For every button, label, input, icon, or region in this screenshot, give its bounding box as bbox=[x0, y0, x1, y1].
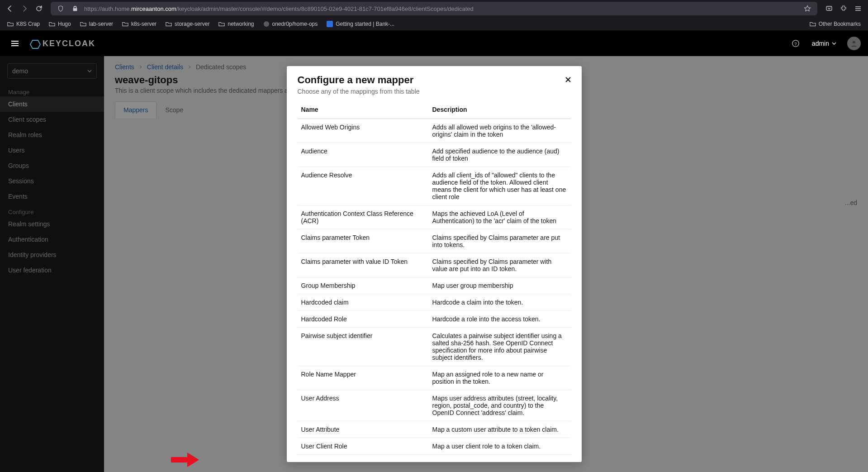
folder-icon bbox=[166, 21, 172, 27]
mapper-description: Hardcode a claim into the token. bbox=[429, 294, 571, 311]
mapper-row[interactable]: Role Name MapperMap an assigned role to … bbox=[298, 366, 571, 390]
app-menu-icon[interactable] bbox=[852, 2, 864, 15]
mapper-description: Map a custom user attribute to a token c… bbox=[429, 421, 571, 438]
mapper-row[interactable]: AudienceAdd specified audience to the au… bbox=[298, 143, 571, 167]
url-text: https://auth.home.mirceaanton.com/keyclo… bbox=[84, 5, 798, 12]
bookmark-label: K8S Crap bbox=[16, 21, 40, 27]
svg-marker-2 bbox=[30, 40, 40, 48]
mapper-row[interactable]: Audience ResolveAdds all client_ids of "… bbox=[298, 167, 571, 205]
mapper-description: Maps user address attributes (street, lo… bbox=[429, 390, 571, 421]
mapper-description: Adds all client_ids of "allowed" clients… bbox=[429, 167, 571, 205]
mapper-description: Maps the achieved LoA (Level of Authenti… bbox=[429, 205, 571, 229]
bookmark-item[interactable]: Hugo bbox=[45, 19, 75, 29]
folder-icon bbox=[49, 21, 55, 27]
keycloak-logo-icon bbox=[30, 39, 39, 48]
mapper-row[interactable]: Group MembershipMap user group membershi… bbox=[298, 277, 571, 294]
mapper-description: Adds all allowed web origins to the 'all… bbox=[429, 119, 571, 143]
svg-point-1 bbox=[263, 21, 269, 26]
folder-icon bbox=[7, 21, 14, 27]
bookmark-label: lab-server bbox=[89, 21, 113, 27]
mapper-name: User Attribute bbox=[298, 421, 429, 438]
mapper-row[interactable]: Allowed Web OriginsAdds all allowed web … bbox=[298, 119, 571, 143]
bookmark-item[interactable]: storage-server bbox=[162, 19, 213, 29]
forward-button[interactable] bbox=[18, 2, 31, 15]
modal-body[interactable]: Name Description Allowed Web OriginsAdds… bbox=[287, 100, 582, 462]
user-menu[interactable]: admin bbox=[812, 40, 836, 47]
mapper-name: Audience bbox=[298, 143, 429, 167]
bookmark-item[interactable]: onedr0p/home-ops bbox=[260, 19, 322, 29]
mapper-description: Map user group membership bbox=[429, 277, 571, 294]
mapper-description: Claims specified by Claims parameter wit… bbox=[429, 253, 571, 277]
favicon-icon bbox=[327, 21, 333, 27]
back-button[interactable] bbox=[4, 2, 16, 15]
mapper-row[interactable]: Pairwise subject identifierCalculates a … bbox=[298, 328, 571, 366]
mapper-description: Hardcode a role into the access token. bbox=[429, 311, 571, 328]
menu-toggle[interactable] bbox=[7, 36, 23, 51]
url-bar[interactable]: https://auth.home.mirceaanton.com/keyclo… bbox=[51, 2, 817, 15]
mapper-name: Claims parameter Token bbox=[298, 229, 429, 253]
bookmarks-bar: K8S CrapHugolab-serverk8s-serverstorage-… bbox=[0, 17, 868, 31]
other-bookmarks-label: Other Bookmarks bbox=[819, 21, 861, 27]
folder-icon bbox=[122, 21, 128, 27]
mapper-row[interactable]: Hardcoded claimHardcode a claim into the… bbox=[298, 294, 571, 311]
github-icon bbox=[263, 21, 270, 27]
shield-icon bbox=[55, 3, 66, 14]
modal-subtitle: Choose any of the mappings from this tab… bbox=[298, 88, 571, 95]
bookmark-label: storage-server bbox=[175, 21, 209, 27]
extensions-icon[interactable] bbox=[837, 2, 850, 15]
bookmark-star-icon[interactable] bbox=[802, 3, 813, 14]
mapper-name: Hardcoded Role bbox=[298, 311, 429, 328]
folder-icon bbox=[218, 21, 225, 27]
mapper-description: Map an assigned role to a new name or po… bbox=[429, 366, 571, 390]
mapper-name: Group Membership bbox=[298, 277, 429, 294]
svg-text:?: ? bbox=[794, 41, 797, 46]
avatar[interactable] bbox=[847, 37, 861, 50]
folder-icon bbox=[80, 21, 86, 27]
bookmark-label: onedr0p/home-ops bbox=[272, 21, 318, 27]
bookmark-label: k8s-server bbox=[131, 21, 157, 27]
browser-nav-toolbar: https://auth.home.mirceaanton.com/keyclo… bbox=[0, 0, 868, 17]
bookmark-item[interactable]: Getting started | Bank-... bbox=[323, 19, 398, 29]
bookmark-label: Hugo bbox=[58, 21, 71, 27]
column-name[interactable]: Name bbox=[298, 100, 429, 119]
bookmark-label: Getting started | Bank-... bbox=[336, 21, 394, 27]
mapper-description: Add specified audience to the audience (… bbox=[429, 143, 571, 167]
other-bookmarks[interactable]: Other Bookmarks bbox=[806, 19, 864, 29]
keycloak-logo-text: KEYCLOAK bbox=[43, 39, 95, 48]
user-icon bbox=[850, 39, 858, 48]
chevron-down-icon bbox=[832, 41, 836, 46]
keycloak-logo: KEYCLOAK bbox=[30, 39, 95, 48]
bookmark-item[interactable]: k8s-server bbox=[119, 19, 160, 29]
bookmark-label: networking bbox=[228, 21, 254, 27]
folder-icon bbox=[810, 21, 816, 27]
kc-header: KEYCLOAK ? admin bbox=[0, 31, 868, 56]
help-icon[interactable]: ? bbox=[790, 38, 801, 49]
lock-icon bbox=[70, 3, 81, 14]
mapper-name: Audience Resolve bbox=[298, 167, 429, 205]
svg-point-5 bbox=[853, 41, 855, 43]
modal-close-button[interactable] bbox=[563, 74, 574, 85]
mapper-name: Allowed Web Origins bbox=[298, 119, 429, 143]
mapper-description: Map a user client role to a token claim. bbox=[429, 438, 571, 455]
mapper-name: Authentication Context Class Reference (… bbox=[298, 205, 429, 229]
bookmark-item[interactable]: lab-server bbox=[76, 19, 117, 29]
mapper-name: User Client Role bbox=[298, 438, 429, 455]
mapper-row[interactable]: Claims parameter TokenClaims specified b… bbox=[298, 229, 571, 253]
mapper-name: Pairwise subject identifier bbox=[298, 328, 429, 366]
svg-rect-0 bbox=[826, 6, 832, 10]
mapper-row[interactable]: Authentication Context Class Reference (… bbox=[298, 205, 571, 229]
close-icon bbox=[565, 76, 571, 83]
column-description[interactable]: Description bbox=[429, 100, 571, 119]
mapper-name: Claims parameter with value ID Token bbox=[298, 253, 429, 277]
bookmark-item[interactable]: K8S Crap bbox=[4, 19, 43, 29]
mapper-description: Calculates a pairwise subject identifier… bbox=[429, 328, 571, 366]
configure-mapper-modal: Configure a new mapper Choose any of the… bbox=[287, 66, 582, 462]
mapper-row[interactable]: Claims parameter with value ID TokenClai… bbox=[298, 253, 571, 277]
pocket-icon[interactable] bbox=[823, 2, 835, 15]
refresh-button[interactable] bbox=[33, 2, 45, 15]
mapper-row[interactable]: User Client RoleMap a user client role t… bbox=[298, 438, 571, 455]
mapper-row[interactable]: User AddressMaps user address attributes… bbox=[298, 390, 571, 421]
bookmark-item[interactable]: networking bbox=[215, 19, 257, 29]
mapper-row[interactable]: Hardcoded RoleHardcode a role into the a… bbox=[298, 311, 571, 328]
mapper-row[interactable]: User AttributeMap a custom user attribut… bbox=[298, 421, 571, 438]
